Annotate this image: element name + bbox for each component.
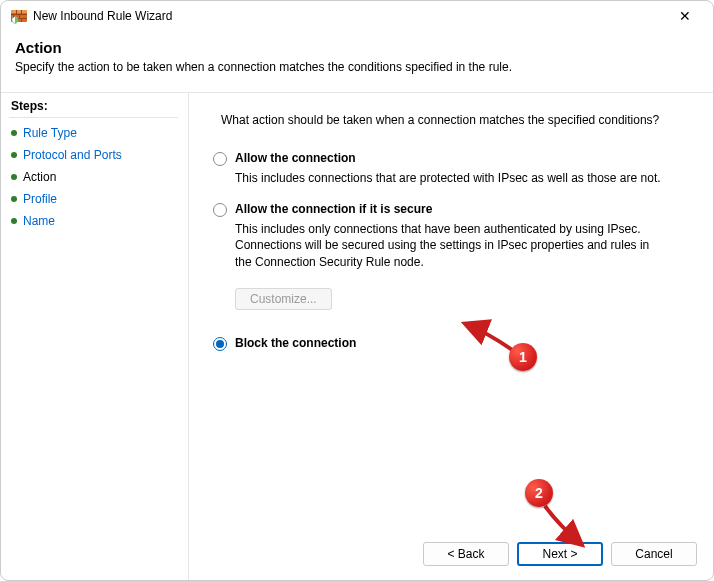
step-bullet-icon [11, 196, 17, 202]
page-description: Specify the action to be taken when a co… [15, 60, 699, 74]
radio-block[interactable] [213, 337, 227, 351]
close-icon: ✕ [679, 9, 691, 23]
step-profile[interactable]: Profile [9, 188, 178, 210]
customize-button: Customize... [235, 288, 332, 310]
back-button[interactable]: < Back [423, 542, 509, 566]
svg-rect-7 [19, 14, 20, 18]
steps-label: Steps: [9, 99, 178, 118]
step-label: Rule Type [23, 126, 77, 140]
option-block-label: Block the connection [235, 336, 356, 350]
step-label: Name [23, 214, 55, 228]
radio-allow[interactable] [213, 152, 227, 166]
step-bullet-icon [11, 174, 17, 180]
option-allow[interactable]: Allow the connection [213, 151, 689, 166]
radio-allow-secure[interactable] [213, 203, 227, 217]
step-bullet-icon [11, 152, 17, 158]
svg-rect-5 [21, 10, 22, 14]
option-allow-label: Allow the connection [235, 151, 356, 165]
svg-rect-1 [11, 10, 27, 13]
page-title: Action [15, 39, 699, 56]
next-button[interactable]: Next > [517, 542, 603, 566]
wizard-header: Action Specify the action to be taken wh… [1, 31, 713, 93]
annotation-badge-1-text: 1 [519, 349, 527, 365]
wizard-content: What action should be taken when a conne… [189, 93, 713, 580]
close-button[interactable]: ✕ [663, 1, 707, 31]
step-protocol-and-ports[interactable]: Protocol and Ports [9, 144, 178, 166]
option-allow-secure[interactable]: Allow the connection if it is secure [213, 202, 689, 217]
wizard-body: Steps: Rule Type Protocol and Ports Acti… [1, 93, 713, 580]
step-bullet-icon [11, 130, 17, 136]
option-block[interactable]: Block the connection [213, 336, 689, 351]
step-label: Protocol and Ports [23, 148, 122, 162]
step-label: Profile [23, 192, 57, 206]
step-rule-type[interactable]: Rule Type [9, 122, 178, 144]
option-allow-secure-description: This includes only connections that have… [235, 221, 665, 270]
window-title: New Inbound Rule Wizard [33, 9, 663, 23]
firewall-icon [11, 8, 27, 24]
titlebar: New Inbound Rule Wizard ✕ [1, 1, 713, 31]
step-action[interactable]: Action [9, 166, 178, 188]
steps-sidebar: Steps: Rule Type Protocol and Ports Acti… [1, 93, 189, 580]
wizard-footer: < Back Next > Cancel [423, 542, 697, 566]
step-bullet-icon [11, 218, 17, 224]
content-prompt: What action should be taken when a conne… [221, 113, 689, 127]
svg-rect-9 [21, 18, 22, 22]
cancel-button[interactable]: Cancel [611, 542, 697, 566]
option-allow-secure-label: Allow the connection if it is secure [235, 202, 432, 216]
step-label: Action [23, 170, 56, 184]
step-name[interactable]: Name [9, 210, 178, 232]
wizard-window: New Inbound Rule Wizard ✕ Action Specify… [0, 0, 714, 581]
option-allow-description: This includes connections that are prote… [235, 170, 665, 186]
svg-rect-4 [16, 10, 17, 14]
